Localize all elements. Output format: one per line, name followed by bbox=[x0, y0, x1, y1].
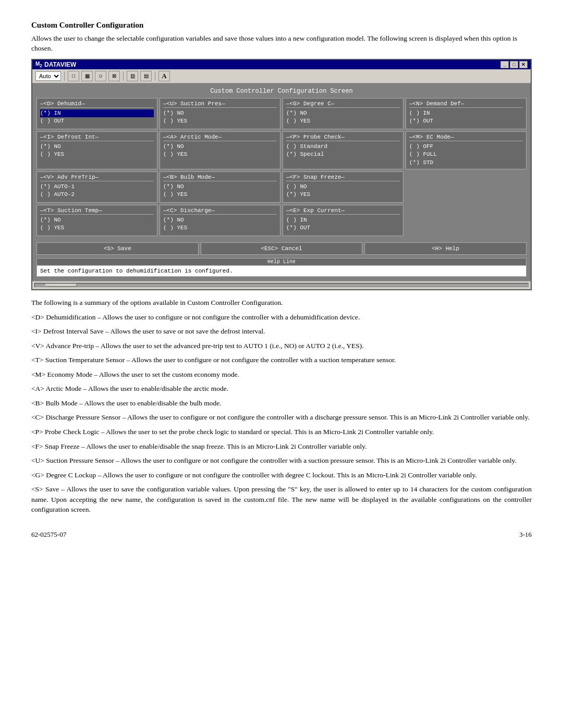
auto-select[interactable]: Auto bbox=[35, 71, 61, 81]
config-I-opt2[interactable]: ( ) YES bbox=[40, 151, 154, 158]
spacer bbox=[36, 238, 527, 242]
config-box-F[interactable]: —<F> Snap Freeze— ( ) NO (*) YES bbox=[283, 171, 403, 203]
body-para-14: <S> Save – Allows the user to save the c… bbox=[31, 484, 532, 515]
config-N-opt1[interactable]: ( ) IN bbox=[409, 109, 523, 117]
config-box-P-title: —<P> Probe Check— bbox=[286, 134, 400, 141]
config-box-E-title: —<E> Exp Current— bbox=[286, 207, 400, 215]
bottom-buttons: <S> Save <ESC> Cancel <H> Help bbox=[36, 242, 527, 255]
config-box-C[interactable]: —<C> Discharge— (*) NO ( ) YES bbox=[160, 205, 280, 236]
config-box-I[interactable]: —<I> Defrost Int— (*) NO ( ) YES bbox=[36, 131, 157, 169]
body-para-4: <V> Advance Pre-trip – Allows the user t… bbox=[31, 341, 532, 351]
config-D-opt1[interactable]: (*) IN bbox=[40, 109, 154, 117]
close-icon[interactable]: ✕ bbox=[519, 61, 528, 68]
config-F-opt1[interactable]: ( ) NO bbox=[286, 183, 400, 191]
config-A-opt2[interactable]: ( ) YES bbox=[163, 151, 277, 158]
config-box-E[interactable]: —<E> Exp Current— ( ) IN (*) OUT bbox=[283, 205, 403, 236]
help-line-title: Help Line bbox=[37, 258, 526, 266]
screen-title: Custom Controller Configuration Screen bbox=[36, 88, 527, 95]
config-box-P[interactable]: —<P> Probe Check— ( ) Standard (*) Speci… bbox=[283, 131, 403, 169]
app-logo: M2 bbox=[35, 61, 42, 68]
config-P-opt2[interactable]: (*) Special bbox=[286, 151, 400, 158]
config-D-opt2[interactable]: ( ) OUT bbox=[40, 117, 154, 125]
toolbar: Auto □ ▦ ☺ ⊠ ▥ ▤ A bbox=[32, 69, 531, 83]
toolbar-divider3 bbox=[155, 71, 155, 81]
help-section: Help Line Set the configuration to dehum… bbox=[36, 258, 527, 277]
config-E-opt1[interactable]: ( ) IN bbox=[286, 216, 400, 224]
cancel-button[interactable]: <ESC> Cancel bbox=[201, 242, 363, 255]
config-B-opt2[interactable]: ( ) YES bbox=[163, 191, 277, 199]
config-N-opt2[interactable]: (*) OUT bbox=[409, 117, 523, 125]
config-box-G-title: —<G> Degree C— bbox=[286, 101, 400, 108]
body-para-9: <C> Discharge Pressure Sensor – Allows t… bbox=[31, 412, 532, 423]
config-box-M-title: —<M> EC Mode— bbox=[409, 134, 523, 141]
config-U-opt1[interactable]: (*) NO bbox=[163, 109, 277, 117]
toolbar-btn-4[interactable]: ⊠ bbox=[108, 71, 120, 81]
config-row-1: —<D> Dehumid— (*) IN ( ) OUT —<U> Suctio… bbox=[36, 98, 527, 129]
config-M-opt3[interactable]: (*) STD bbox=[409, 159, 523, 167]
config-box-B-title: —<B> Bulb Mode— bbox=[163, 174, 277, 181]
config-E-opt2[interactable]: (*) OUT bbox=[286, 224, 400, 232]
body-para-6: <M> Economy Mode – Allows the user to se… bbox=[31, 369, 532, 380]
toolbar-divider2 bbox=[123, 71, 124, 81]
config-row-4: —<T> Suction Temp— (*) NO ( ) YES —<C> D… bbox=[36, 205, 527, 236]
config-P-opt1[interactable]: ( ) Standard bbox=[286, 143, 400, 151]
footer-left: 62-02575-07 bbox=[31, 530, 66, 539]
minimize-icon[interactable]: _ bbox=[500, 61, 509, 68]
help-text: Set the configuration to dehumidificatio… bbox=[37, 266, 526, 276]
config-M-opt1[interactable]: ( ) OFF bbox=[409, 143, 523, 151]
scrollbar-track[interactable] bbox=[34, 283, 529, 287]
config-box-V[interactable]: —<V> Adv PreTrip— (*) AUTO-1 ( ) AUTO-2 bbox=[36, 171, 157, 203]
maximize-icon[interactable]: □ bbox=[510, 61, 518, 68]
config-box-I-title: —<I> Defrost Int— bbox=[40, 134, 154, 141]
save-button[interactable]: <S> Save bbox=[36, 242, 199, 255]
toolbar-divider bbox=[64, 71, 65, 81]
config-box-T[interactable]: —<T> Suction Temp— (*) NO ( ) YES bbox=[36, 205, 157, 236]
body-para-3: <I> Defrost Interval Save – Allows the u… bbox=[31, 326, 532, 337]
screen-area: Custom Controller Configuration Screen —… bbox=[32, 83, 531, 281]
config-box-B[interactable]: —<B> Bulb Mode— (*) NO ( ) YES bbox=[160, 171, 280, 203]
config-C-opt1[interactable]: (*) NO bbox=[163, 216, 277, 224]
titlebar-left: M2 DATAVIEW bbox=[35, 61, 76, 68]
intro-text: Allows the user to change the selectable… bbox=[31, 34, 532, 54]
toolbar-btn-6[interactable]: ▤ bbox=[140, 71, 152, 81]
toolbar-btn-a[interactable]: A bbox=[158, 71, 170, 81]
toolbar-btn-5[interactable]: ▥ bbox=[127, 71, 138, 81]
config-U-opt2[interactable]: ( ) YES bbox=[163, 117, 277, 125]
config-C-opt2[interactable]: ( ) YES bbox=[163, 224, 277, 232]
config-box-G[interactable]: —<G> Degree C— (*) NO ( ) YES bbox=[283, 98, 403, 129]
config-box-V-title: —<V> Adv PreTrip— bbox=[40, 174, 154, 181]
config-V-opt2[interactable]: ( ) AUTO-2 bbox=[40, 191, 154, 199]
config-box-D[interactable]: —<D> Dehumid— (*) IN ( ) OUT bbox=[36, 98, 157, 129]
help-button[interactable]: <H> Help bbox=[364, 242, 527, 255]
config-box-D-title: —<D> Dehumid— bbox=[40, 101, 154, 108]
config-V-opt1[interactable]: (*) AUTO-1 bbox=[40, 183, 154, 191]
body-para-2: <D> Dehumidification – Allows the user t… bbox=[31, 312, 532, 323]
config-row-2: —<I> Defrost Int— (*) NO ( ) YES —<A> Ar… bbox=[36, 131, 527, 169]
config-B-opt1[interactable]: (*) NO bbox=[163, 183, 277, 191]
window-title: DATAVIEW bbox=[44, 61, 76, 68]
config-T-opt1[interactable]: (*) NO bbox=[40, 216, 154, 224]
footer-right: 3-16 bbox=[519, 530, 532, 539]
body-para-7: <A> Arctic Mode – Allows the user to ena… bbox=[31, 384, 532, 394]
config-box-A-title: —<A> Arctic Mode— bbox=[163, 134, 277, 141]
config-box-N[interactable]: —<N> Demand Def— ( ) IN (*) OUT bbox=[406, 98, 527, 129]
config-G-opt2[interactable]: ( ) YES bbox=[286, 117, 400, 125]
toolbar-btn-2[interactable]: ▦ bbox=[81, 71, 93, 81]
body-para-1: The following is a summary of the option… bbox=[31, 298, 532, 308]
config-I-opt1[interactable]: (*) NO bbox=[40, 143, 154, 151]
config-A-opt1[interactable]: (*) NO bbox=[163, 143, 277, 151]
body-para-5: <T> Suction Temperature Sensor – Allows … bbox=[31, 355, 532, 365]
config-box-U[interactable]: —<U> Suction Pres— (*) NO ( ) YES bbox=[160, 98, 280, 129]
toolbar-btn-1[interactable]: □ bbox=[68, 71, 79, 81]
config-F-opt2[interactable]: (*) YES bbox=[286, 191, 400, 199]
toolbar-btn-3[interactable]: ☺ bbox=[95, 71, 106, 81]
body-para-10: <P> Probe Check Logic – Allows the user … bbox=[31, 427, 532, 437]
config-G-opt1[interactable]: (*) NO bbox=[286, 109, 400, 117]
config-box-A[interactable]: —<A> Arctic Mode— (*) NO ( ) YES bbox=[160, 131, 280, 169]
scrollbar-thumb[interactable] bbox=[45, 283, 77, 287]
config-T-opt2[interactable]: ( ) YES bbox=[40, 224, 154, 232]
config-box-empty2 bbox=[406, 205, 527, 236]
body-para-13: <G> Degree C Lockup – Allows the user to… bbox=[31, 470, 532, 480]
config-M-opt2[interactable]: ( ) FULL bbox=[409, 151, 523, 158]
config-box-M[interactable]: —<M> EC Mode— ( ) OFF ( ) FULL (*) STD bbox=[406, 131, 527, 169]
